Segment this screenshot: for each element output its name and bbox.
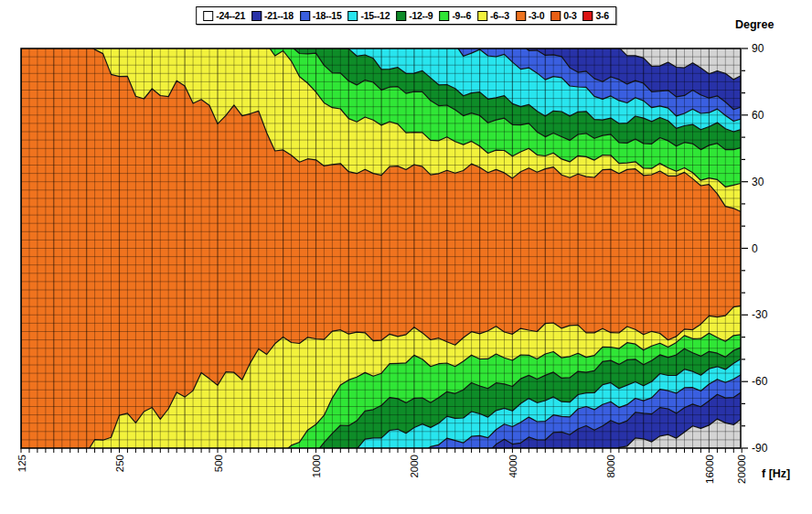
y-tick-label: 0 — [752, 242, 758, 255]
x-tick-label: 20000 — [736, 455, 747, 484]
x-tick-label: 125 — [16, 455, 27, 472]
y-tick-label: -90 — [752, 442, 768, 455]
x-tick-label: 4000 — [508, 455, 518, 478]
y-tick-label: 60 — [752, 109, 764, 122]
directivity-contour-chart: 1252505001000200040008000160002000090603… — [0, 0, 812, 514]
directivity-chart-page: -24--21-21--18-18--15-15--12-12--9-9--6-… — [0, 0, 812, 514]
x-tick-label: 1000 — [311, 455, 322, 478]
y-tick-label: -60 — [752, 375, 768, 388]
x-axis-ticks: 12525050010002000400080001600020000 — [16, 448, 747, 484]
y-tick-label: 30 — [752, 176, 764, 188]
x-axis-title: f [Hz] — [762, 467, 790, 480]
x-tick-label: 8000 — [605, 455, 616, 478]
y-axis-ticks: 9060300-30-60-90 — [742, 42, 768, 455]
x-tick-label: 16000 — [704, 455, 715, 484]
x-tick-label: 2000 — [409, 455, 420, 478]
y-tick-label: -30 — [752, 308, 768, 321]
x-tick-label: 250 — [114, 455, 125, 472]
x-tick-label: 500 — [213, 455, 224, 472]
y-tick-label: 90 — [752, 42, 764, 55]
